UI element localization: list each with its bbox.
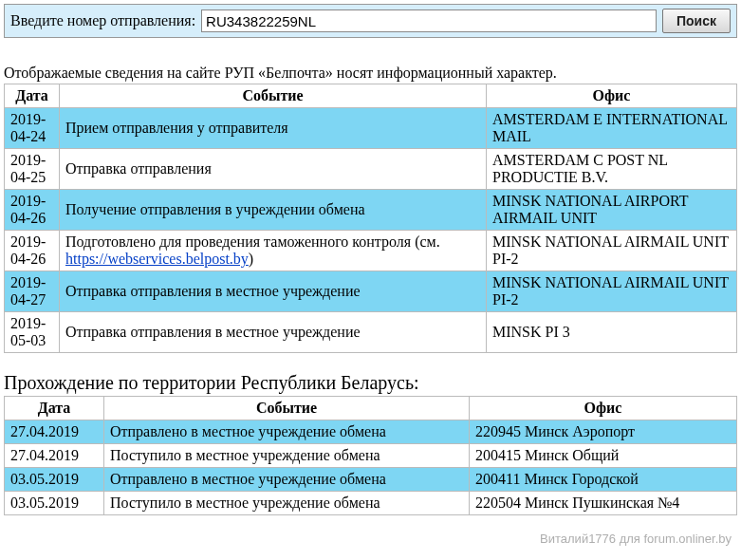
info-line: Отображаемые сведения на сайте РУП «Белп… bbox=[4, 65, 737, 82]
table-header-row: Дата Событие Офис bbox=[5, 84, 737, 108]
cell-office: 200415 Минск Общий bbox=[470, 444, 737, 468]
table-row: 2019-04-24Прием отправления у отправител… bbox=[5, 108, 737, 149]
cell-office: MINSK NATIONAL AIRMAIL UNIT PI-2 bbox=[487, 271, 737, 312]
table-row: 27.04.2019Отправлено в местное учреждени… bbox=[5, 420, 737, 444]
cell-office: 200411 Минск Городской bbox=[470, 468, 737, 492]
cell-event: Отправка отправления в местное учреждени… bbox=[60, 312, 487, 353]
cell-date: 03.05.2019 bbox=[5, 468, 104, 492]
table-row: 03.05.2019Отправлено в местное учреждени… bbox=[5, 468, 737, 492]
table-row: 2019-05-03Отправка отправления в местное… bbox=[5, 312, 737, 353]
cell-office: MINSK NATIONAL AIRMAIL UNIT PI-2 bbox=[487, 231, 737, 271]
cell-office: 220504 Минск Пушкинская №4 bbox=[470, 492, 737, 515]
cell-office: MINSK PI 3 bbox=[487, 312, 737, 353]
table-row: 2019-04-27Отправка отправления в местное… bbox=[5, 271, 737, 312]
table-row: 2019-04-26Подготовлено для проведения та… bbox=[5, 231, 737, 271]
col-date: Дата bbox=[5, 84, 60, 108]
cell-event: Поступило в местное учреждение обмена bbox=[104, 492, 470, 515]
cell-date: 27.04.2019 bbox=[5, 420, 104, 444]
cell-office: AMSTERDAM E INTERNATIONAL MAIL bbox=[487, 108, 737, 149]
cell-event: Поступило в местное учреждение обмена bbox=[104, 444, 470, 468]
cell-office: AMSTERDAM C POST NL PRODUCTIE B.V. bbox=[487, 149, 737, 190]
table-row: 2019-04-25Отправка отправленияAMSTERDAM … bbox=[5, 149, 737, 190]
cell-event: Отправлено в местное учреждение обмена bbox=[104, 420, 470, 444]
col-date: Дата bbox=[5, 397, 104, 420]
col-office: Офис bbox=[470, 397, 737, 420]
event-link[interactable]: https://webservices.belpost.by bbox=[65, 251, 249, 267]
cell-date: 2019-05-03 bbox=[5, 312, 60, 353]
col-event: Событие bbox=[60, 84, 487, 108]
cell-event: Подготовлено для проведения таможенного … bbox=[60, 231, 487, 271]
cell-event: Прием отправления у отправителя bbox=[60, 108, 487, 149]
col-office: Офис bbox=[487, 84, 737, 108]
tracking-events-table: Дата Событие Офис 2019-04-24Прием отправ… bbox=[4, 84, 737, 353]
cell-event: Получение отправления в учреждении обмен… bbox=[60, 190, 487, 231]
table-row: 2019-04-26Получение отправления в учрежд… bbox=[5, 190, 737, 231]
search-button[interactable]: Поиск bbox=[662, 9, 731, 33]
tracking-input[interactable] bbox=[201, 9, 657, 32]
col-event: Событие bbox=[104, 397, 470, 420]
cell-office: 220945 Минск Аэропорт bbox=[470, 420, 737, 444]
search-label: Введите номер отправления: bbox=[10, 12, 195, 29]
cell-office: MINSK NATIONAL AIRPORT AIRMAIL UNIT bbox=[487, 190, 737, 231]
cell-date: 2019-04-26 bbox=[5, 231, 60, 271]
cell-event: Отправлено в местное учреждение обмена bbox=[104, 468, 470, 492]
table-row: 27.04.2019Поступило в местное учреждение… bbox=[5, 444, 737, 468]
belarus-route-table: Дата Событие Офис 27.04.2019Отправлено в… bbox=[4, 396, 737, 515]
cell-event: Отправка отправления bbox=[60, 149, 487, 190]
table-header-row: Дата Событие Офис bbox=[5, 397, 737, 420]
cell-date: 2019-04-25 bbox=[5, 149, 60, 190]
table-row: 03.05.2019Поступило в местное учреждение… bbox=[5, 492, 737, 515]
cell-date: 2019-04-26 bbox=[5, 190, 60, 231]
section-title-belarus: Прохождение по территории Республики Бел… bbox=[4, 372, 737, 394]
cell-date: 2019-04-24 bbox=[5, 108, 60, 149]
cell-date: 27.04.2019 bbox=[5, 444, 104, 468]
cell-date: 03.05.2019 bbox=[5, 492, 104, 515]
cell-date: 2019-04-27 bbox=[5, 271, 60, 312]
cell-event: Отправка отправления в местное учреждени… bbox=[60, 271, 487, 312]
search-bar: Введите номер отправления: Поиск bbox=[4, 4, 737, 38]
